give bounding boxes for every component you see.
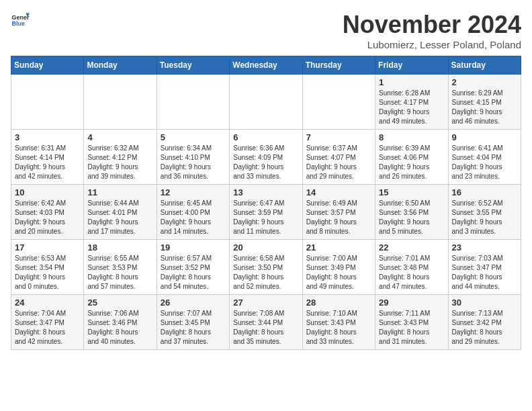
day-number: 9 [452,132,517,142]
day-number: 12 [161,187,226,197]
calendar-cell: 6Sunrise: 6:36 AM Sunset: 4:09 PM Daylig… [230,130,302,185]
calendar-cell: 10Sunrise: 6:42 AM Sunset: 4:03 PM Dayli… [11,185,84,240]
page-header: General Blue November 2024 Lubomierz, Le… [11,11,521,50]
day-info: Sunrise: 7:13 AM Sunset: 3:42 PM Dayligh… [452,309,517,347]
day-info: Sunrise: 6:49 AM Sunset: 3:57 PM Dayligh… [306,199,371,236]
svg-text:Blue: Blue [11,20,25,27]
month-title: November 2024 [343,11,521,39]
location-subtitle: Lubomierz, Lesser Poland, Poland [343,39,521,50]
calendar-cell: 7Sunrise: 6:37 AM Sunset: 4:07 PM Daylig… [302,130,375,185]
day-number: 24 [15,298,80,308]
calendar-cell: 11Sunrise: 6:44 AM Sunset: 4:01 PM Dayli… [84,185,157,240]
calendar-cell [230,75,302,130]
calendar-cell [84,75,157,130]
day-number: 27 [233,298,298,308]
day-info: Sunrise: 6:36 AM Sunset: 4:09 PM Dayligh… [233,144,298,181]
weekday-header-friday: Friday [375,56,448,75]
day-info: Sunrise: 7:03 AM Sunset: 3:47 PM Dayligh… [452,254,517,291]
day-info: Sunrise: 6:42 AM Sunset: 4:03 PM Dayligh… [15,199,80,236]
weekday-header-row: SundayMondayTuesdayWednesdayThursdayFrid… [11,56,521,75]
day-number: 29 [379,298,444,308]
day-info: Sunrise: 6:52 AM Sunset: 3:55 PM Dayligh… [452,199,517,236]
day-number: 28 [306,298,371,308]
day-info: Sunrise: 6:28 AM Sunset: 4:17 PM Dayligh… [379,89,444,126]
logo-icon: General Blue [11,11,30,30]
day-number: 26 [161,298,226,308]
day-number: 13 [233,187,298,197]
day-number: 2 [452,77,517,87]
calendar-cell [11,75,84,130]
day-number: 17 [15,242,80,253]
calendar-cell: 18Sunrise: 6:55 AM Sunset: 3:53 PM Dayli… [84,240,157,295]
day-info: Sunrise: 7:06 AM Sunset: 3:46 PM Dayligh… [87,309,152,347]
weekday-header-tuesday: Tuesday [157,56,229,75]
day-number: 15 [379,187,444,197]
weekday-header-wednesday: Wednesday [230,56,302,75]
logo: General Blue [11,11,30,30]
day-number: 6 [233,132,298,142]
calendar-cell: 17Sunrise: 6:53 AM Sunset: 3:54 PM Dayli… [11,240,84,295]
day-number: 11 [87,187,152,197]
calendar-cell: 28Sunrise: 7:10 AM Sunset: 3:43 PM Dayli… [302,295,375,350]
day-number: 18 [87,242,152,253]
day-number: 5 [161,132,226,142]
day-info: Sunrise: 6:45 AM Sunset: 4:00 PM Dayligh… [161,199,226,236]
day-info: Sunrise: 6:34 AM Sunset: 4:10 PM Dayligh… [161,144,226,181]
day-number: 14 [306,187,371,197]
calendar-cell: 26Sunrise: 7:07 AM Sunset: 3:45 PM Dayli… [157,295,229,350]
calendar-cell: 24Sunrise: 7:04 AM Sunset: 3:47 PM Dayli… [11,295,84,350]
calendar-cell: 9Sunrise: 6:41 AM Sunset: 4:04 PM Daylig… [448,130,521,185]
day-number: 20 [233,242,298,253]
week-row-4: 17Sunrise: 6:53 AM Sunset: 3:54 PM Dayli… [11,240,521,295]
day-number: 22 [379,242,444,253]
calendar-cell [302,75,375,130]
calendar-cell: 3Sunrise: 6:31 AM Sunset: 4:14 PM Daylig… [11,130,84,185]
weekday-header-thursday: Thursday [302,56,375,75]
day-info: Sunrise: 6:47 AM Sunset: 3:59 PM Dayligh… [233,199,298,236]
day-number: 21 [306,242,371,253]
day-number: 16 [452,187,517,197]
day-info: Sunrise: 7:00 AM Sunset: 3:49 PM Dayligh… [306,254,371,291]
day-info: Sunrise: 6:32 AM Sunset: 4:12 PM Dayligh… [87,144,152,181]
day-info: Sunrise: 6:53 AM Sunset: 3:54 PM Dayligh… [15,254,80,291]
day-number: 7 [306,132,371,142]
calendar-cell: 19Sunrise: 6:57 AM Sunset: 3:52 PM Dayli… [157,240,229,295]
day-number: 23 [452,242,517,253]
day-number: 3 [15,132,80,142]
day-number: 10 [15,187,80,197]
day-info: Sunrise: 7:10 AM Sunset: 3:43 PM Dayligh… [306,309,371,347]
day-info: Sunrise: 6:39 AM Sunset: 4:06 PM Dayligh… [379,144,444,181]
calendar-cell: 12Sunrise: 6:45 AM Sunset: 4:00 PM Dayli… [157,185,229,240]
week-row-5: 24Sunrise: 7:04 AM Sunset: 3:47 PM Dayli… [11,295,521,350]
day-info: Sunrise: 6:58 AM Sunset: 3:50 PM Dayligh… [233,254,298,291]
day-info: Sunrise: 7:11 AM Sunset: 3:43 PM Dayligh… [379,309,444,347]
day-info: Sunrise: 7:07 AM Sunset: 3:45 PM Dayligh… [161,309,226,347]
week-row-1: 1Sunrise: 6:28 AM Sunset: 4:17 PM Daylig… [11,75,521,130]
weekday-header-monday: Monday [84,56,157,75]
day-info: Sunrise: 6:57 AM Sunset: 3:52 PM Dayligh… [161,254,226,291]
calendar-cell: 8Sunrise: 6:39 AM Sunset: 4:06 PM Daylig… [375,130,448,185]
calendar-cell: 4Sunrise: 6:32 AM Sunset: 4:12 PM Daylig… [84,130,157,185]
day-number: 25 [87,298,152,308]
day-info: Sunrise: 7:08 AM Sunset: 3:44 PM Dayligh… [233,309,298,347]
calendar-cell: 29Sunrise: 7:11 AM Sunset: 3:43 PM Dayli… [375,295,448,350]
calendar-cell: 22Sunrise: 7:01 AM Sunset: 3:48 PM Dayli… [375,240,448,295]
week-row-3: 10Sunrise: 6:42 AM Sunset: 4:03 PM Dayli… [11,185,521,240]
calendar-cell: 25Sunrise: 7:06 AM Sunset: 3:46 PM Dayli… [84,295,157,350]
week-row-2: 3Sunrise: 6:31 AM Sunset: 4:14 PM Daylig… [11,130,521,185]
calendar-cell: 21Sunrise: 7:00 AM Sunset: 3:49 PM Dayli… [302,240,375,295]
weekday-header-saturday: Saturday [448,56,521,75]
day-number: 30 [452,298,517,308]
day-info: Sunrise: 6:44 AM Sunset: 4:01 PM Dayligh… [87,199,152,236]
title-area: November 2024 Lubomierz, Lesser Poland, … [343,11,521,50]
day-info: Sunrise: 6:50 AM Sunset: 3:56 PM Dayligh… [379,199,444,236]
calendar-cell: 16Sunrise: 6:52 AM Sunset: 3:55 PM Dayli… [448,185,521,240]
day-number: 4 [87,132,152,142]
day-number: 8 [379,132,444,142]
day-number: 1 [379,77,444,87]
day-number: 19 [161,242,226,253]
calendar-cell: 20Sunrise: 6:58 AM Sunset: 3:50 PM Dayli… [230,240,302,295]
calendar-cell: 2Sunrise: 6:29 AM Sunset: 4:15 PM Daylig… [448,75,521,130]
calendar-table: SundayMondayTuesdayWednesdayThursdayFrid… [11,56,521,350]
calendar-cell: 30Sunrise: 7:13 AM Sunset: 3:42 PM Dayli… [448,295,521,350]
